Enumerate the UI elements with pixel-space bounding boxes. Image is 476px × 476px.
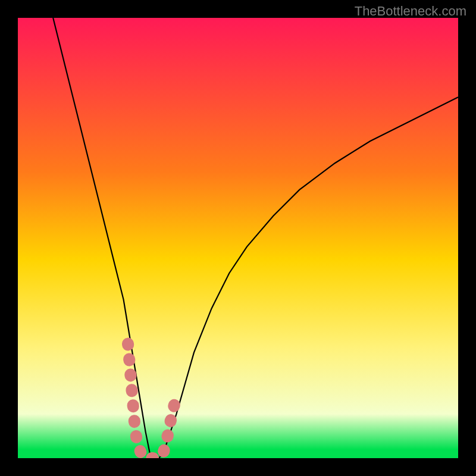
chart-area [18,18,458,458]
chart-svg [18,18,458,458]
chart-frame [18,18,458,458]
watermark-text: TheBottleneck.com [355,4,466,19]
gradient-background [18,18,458,458]
